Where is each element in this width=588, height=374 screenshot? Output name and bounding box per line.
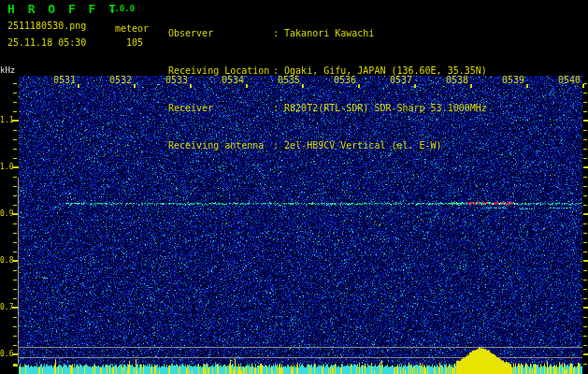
- freq-tick-label: 0.8: [0, 256, 12, 266]
- freq-tick-label: 1.1: [0, 116, 12, 125]
- info-row-location: Receiving Location: Ogaki, Gifu, JAPAN (…: [168, 65, 487, 77]
- station-info: Observer: Takanori Kawachi Receiving Loc…: [168, 2, 487, 178]
- info-row-antenna: Receiving antenna: 2el-HB9CV Vertical (e…: [168, 139, 487, 151]
- hrofft-window: H R O F F T 1.0.0 2511180530.png meteor …: [0, 0, 588, 374]
- time-tick-label: 0532: [108, 75, 133, 86]
- time-tick-label: 0537: [389, 75, 413, 86]
- info-separator: :: [273, 140, 279, 151]
- info-value: 2el-HB9CV Vertical (el. E-W): [284, 140, 442, 151]
- info-value: Takanori Kawachi: [284, 28, 374, 38]
- freq-tick-label: 1.0: [0, 163, 12, 172]
- info-label: Receiving antenna: [168, 139, 273, 151]
- time-tick-label: 0535: [277, 75, 301, 86]
- info-separator: :: [273, 103, 279, 113]
- freq-tick-label: 0.9: [0, 209, 12, 219]
- info-label: Observer: [168, 27, 273, 39]
- info-value: R820T2(RTL-SDR) SDR-Sharp 53.1000MHz: [284, 103, 487, 113]
- mode-label: meteor: [115, 23, 149, 34]
- info-label: Receiver: [168, 102, 273, 114]
- freq-axis-unit: kHz: [0, 65, 15, 75]
- freq-tick-label: 0.6: [0, 350, 12, 359]
- datetime-label: 25.11.18 05:30: [7, 37, 86, 48]
- time-tick-label: 0534: [221, 75, 245, 86]
- app-version: 1.0.0: [109, 4, 135, 13]
- app-title: H R O F F T: [7, 2, 119, 16]
- time-tick-label: 0538: [445, 75, 469, 86]
- info-separator: :: [273, 28, 279, 38]
- time-tick-label: 0533: [165, 75, 189, 86]
- time-tick-label: 0531: [52, 75, 77, 86]
- time-tick-label: 0539: [501, 75, 525, 86]
- echo-count: 105: [126, 37, 143, 48]
- info-row-observer: Observer: Takanori Kawachi: [168, 27, 487, 39]
- time-tick-label: 0536: [333, 75, 357, 86]
- info-row-receiver: Receiver: R820T2(RTL-SDR) SDR-Sharp 53.1…: [168, 102, 487, 114]
- time-tick-label: 0540: [557, 75, 581, 86]
- output-filename: 2511180530.png: [7, 21, 86, 31]
- freq-tick-label: 0.7: [0, 303, 12, 312]
